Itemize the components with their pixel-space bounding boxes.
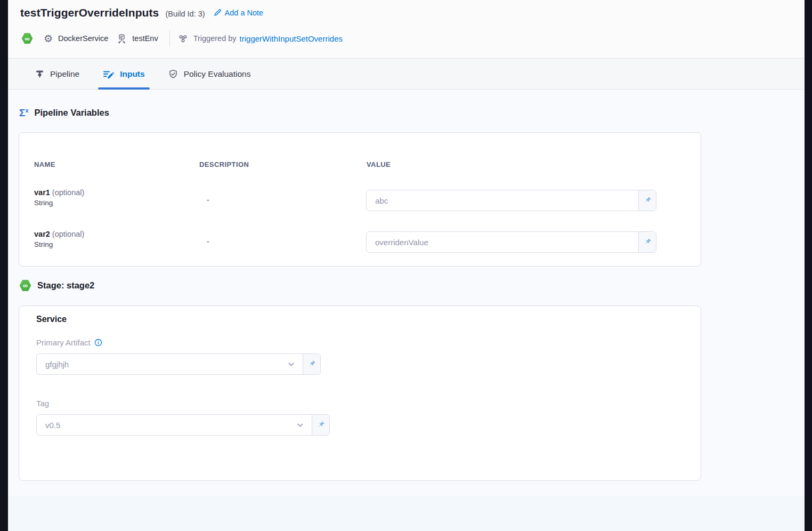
infinity-glyph: ∞ xyxy=(25,35,29,43)
variable-type: String xyxy=(34,240,84,248)
primary-artifact-select-group: gfgjhjh xyxy=(36,353,321,375)
execution-header: testTriggerOverrideInputs (Build Id: 3) … xyxy=(8,0,805,59)
pipeline-variables-heading: Σx Pipeline Variables xyxy=(19,108,109,118)
sigma-glyph: Σ xyxy=(19,107,25,118)
meta-divider xyxy=(169,30,170,47)
variables-sigma-icon: Σx xyxy=(19,108,29,118)
pin-button[interactable] xyxy=(638,232,656,252)
pin-icon xyxy=(643,196,652,205)
column-header-value: VALUE xyxy=(367,160,391,168)
execution-tabbar: Pipeline Inputs Policy Eva xyxy=(8,59,805,90)
variable-name-line: var1 (optional) xyxy=(34,188,84,197)
title-row: testTriggerOverrideInputs (Build Id: 3) … xyxy=(20,6,263,19)
right-dark-edge xyxy=(805,0,812,531)
tab-pipeline[interactable]: Pipeline xyxy=(30,59,84,89)
left-dark-edge xyxy=(0,0,8,531)
info-icon[interactable] xyxy=(94,339,102,347)
inputs-tab-content: Σx Pipeline Variables NAME DESCRIPTION V… xyxy=(8,90,805,531)
add-note-label: Add a Note xyxy=(225,9,264,17)
content-footer-band xyxy=(8,496,805,531)
pipeline-variables-card: NAME DESCRIPTION VALUE var1 (optional) S… xyxy=(19,132,701,267)
variable-row-name: var2 (optional) String xyxy=(34,230,84,248)
page-title: testTriggerOverrideInputs xyxy=(20,6,159,19)
tab-policy-evaluations-label: Policy Evaluations xyxy=(184,69,251,79)
variable-value-input-group: overridenValue xyxy=(366,231,656,253)
column-header-name: NAME xyxy=(34,160,55,168)
inputs-tab-icon xyxy=(103,69,114,79)
column-header-description: DESCRIPTION xyxy=(199,160,249,168)
tag-select[interactable]: v0.5 xyxy=(37,415,296,435)
primary-artifact-select[interactable]: gfgjhjh xyxy=(37,354,287,374)
pin-button[interactable] xyxy=(303,354,320,374)
environment-icon xyxy=(117,34,127,44)
pin-icon xyxy=(307,360,316,368)
variable-row-name: var1 (optional) String xyxy=(34,188,84,207)
tab-inputs[interactable]: Inputs xyxy=(98,59,150,89)
variable-optional-label: (optional) xyxy=(50,188,84,197)
pencil-icon xyxy=(214,9,222,17)
pin-icon xyxy=(316,421,325,429)
trigger-icon xyxy=(178,34,188,44)
variable-value-input[interactable]: overridenValue xyxy=(367,232,638,252)
tab-policy-evaluations[interactable]: Policy Evaluations xyxy=(164,59,256,89)
variable-description: - xyxy=(207,196,209,204)
pipeline-variables-title: Pipeline Variables xyxy=(35,108,109,118)
variable-name: var1 xyxy=(34,188,50,197)
pipeline-status-icon: ∞ xyxy=(21,33,33,44)
service-card: Service Primary Artifact gfgjhjh xyxy=(19,305,701,481)
shield-check-icon xyxy=(168,69,178,79)
build-id-label: (Build Id: 3) xyxy=(165,10,205,18)
tab-inputs-label: Inputs xyxy=(120,69,145,79)
execution-meta-row: ∞ ⚙ DockerService testEnv xyxy=(21,30,343,47)
triggered-by-label: Triggered by xyxy=(193,34,237,43)
execution-page: testTriggerOverrideInputs (Build Id: 3) … xyxy=(8,0,805,531)
stage-heading: ∞ Stage: stage2 xyxy=(19,279,94,292)
sigma-sup-glyph: x xyxy=(25,107,28,114)
variable-optional-label: (optional) xyxy=(50,230,84,238)
infinity-glyph: ∞ xyxy=(23,281,28,289)
service-section-title: Service xyxy=(36,315,67,324)
variable-name-line: var2 (optional) xyxy=(34,230,84,238)
pin-button[interactable] xyxy=(312,415,329,435)
pipeline-tab-icon xyxy=(35,69,44,78)
primary-artifact-label-row: Primary Artifact xyxy=(36,338,102,347)
chevron-down-icon xyxy=(287,354,303,374)
environment-name-label: testEnv xyxy=(132,34,158,43)
execution-screen: testTriggerOverrideInputs (Build Id: 3) … xyxy=(0,0,812,531)
pin-icon xyxy=(643,238,652,246)
service-name-label: DockerService xyxy=(58,34,108,43)
pin-button[interactable] xyxy=(638,190,656,211)
tab-pipeline-label: Pipeline xyxy=(50,69,79,79)
variable-value-input[interactable]: abc xyxy=(367,190,638,211)
service-gear-icon: ⚙ xyxy=(44,34,53,44)
trigger-link[interactable]: triggerWithInputSetOverrides xyxy=(240,34,343,43)
stage-status-icon: ∞ xyxy=(19,279,31,292)
primary-artifact-label: Primary Artifact xyxy=(36,338,91,347)
variable-type: String xyxy=(34,199,84,207)
tag-label: Tag xyxy=(36,399,49,408)
tag-label-row: Tag xyxy=(36,399,49,408)
stage-title: Stage: stage2 xyxy=(37,280,94,291)
tag-select-group: v0.5 xyxy=(36,414,330,436)
variable-value-input-group: abc xyxy=(366,190,656,211)
chevron-down-icon xyxy=(296,415,312,435)
variable-name: var2 xyxy=(34,230,50,238)
add-note-button[interactable]: Add a Note xyxy=(214,9,264,17)
variable-description: - xyxy=(207,237,209,246)
